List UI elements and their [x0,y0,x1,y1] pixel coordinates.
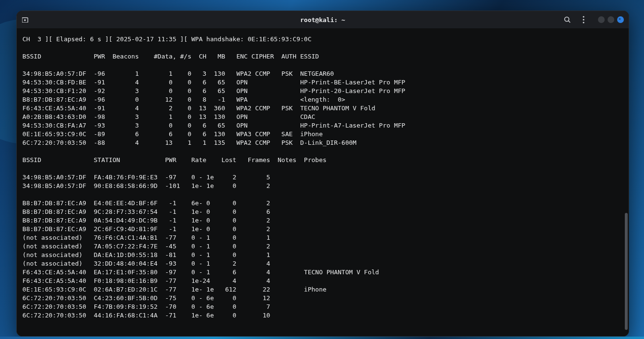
svg-point-5 [583,16,584,17]
status-line: CH 3 ][ Elapsed: 6 s ][ 2025-02-17 11:35… [19,35,311,43]
terminal-viewport[interactable]: CH 3 ][ Elapsed: 6 s ][ 2025-02-17 11:35… [17,28,629,336]
svg-point-6 [583,19,584,20]
svg-point-7 [583,22,584,23]
window-title: root@kali: ~ [17,16,629,23]
station-rows-a: 34:98:B5:A0:57:DF FA:4B:76:F0:9E:E3 -97 … [19,174,270,189]
ap-table-rows: 34:98:B5:A0:57:DF -96 1 1 0 3 130 WPA2 C… [19,70,405,146]
svg-point-3 [565,17,569,22]
titlebar[interactable]: root@kali: ~ [17,11,629,28]
station-table-header: BSSID STATION PWR Rate Lost Frames Notes… [19,156,327,164]
search-icon[interactable] [562,15,572,24]
scrollbar-track[interactable] [624,28,628,336]
station-rows-b: B8:B7:DB:87:EC:A9 E4:0E:EE:4D:BF:6F -1 6… [19,199,379,319]
terminal-window: root@kali: ~ CH 3 ][ Elapsed: 6 s ][ 202… [16,11,629,337]
menu-icon[interactable] [579,15,588,24]
desktop-edge [0,337,644,339]
new-tab-icon[interactable] [22,16,29,23]
scrollbar-thumb[interactable] [625,213,628,330]
ap-table-header: BSSID PWR Beacons #Data, #/s CH MB ENC C… [19,53,319,60]
close-button[interactable] [617,16,624,23]
maximize-button[interactable] [608,16,614,23]
svg-line-4 [569,21,571,23]
minimize-button[interactable] [598,16,605,23]
